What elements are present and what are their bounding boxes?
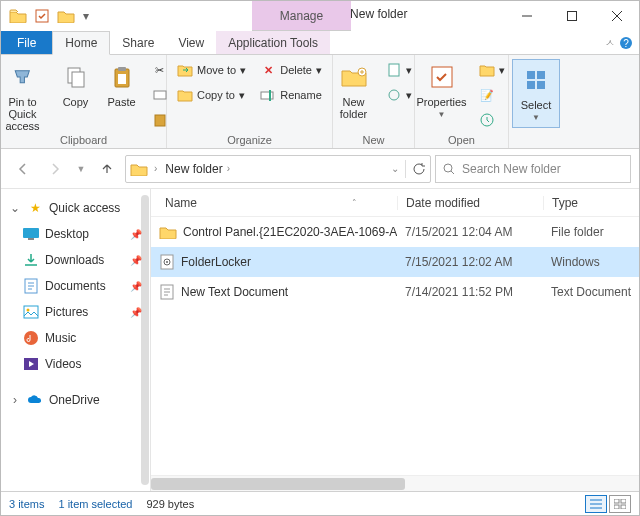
details-view-button[interactable] bbox=[585, 495, 607, 513]
column-date[interactable]: Date modified bbox=[397, 196, 543, 210]
group-organize: Move to ▾ Copy to ▾ ✕Delete ▾ Rename Org… bbox=[167, 55, 333, 148]
new-folder-icon bbox=[338, 61, 370, 93]
ribbon-tab-bar: File Home Share View Application Tools ㅅ… bbox=[1, 31, 639, 55]
svg-rect-5 bbox=[72, 72, 84, 87]
selection-size: 929 bytes bbox=[146, 498, 194, 510]
chevron-down-icon[interactable]: ⌄ bbox=[9, 201, 21, 215]
desktop-icon bbox=[23, 226, 39, 242]
open-button[interactable]: ▾ bbox=[475, 59, 509, 81]
breadcrumb[interactable]: New folder › bbox=[163, 162, 232, 176]
back-button[interactable] bbox=[9, 155, 37, 183]
sidebar-item-downloads[interactable]: Downloads📌 bbox=[1, 247, 150, 273]
content-area: ⌄ ★ Quick access Desktop📌Downloads📌Docum… bbox=[1, 189, 639, 491]
ribbon-collapse-icon[interactable]: ㅅ bbox=[605, 36, 615, 50]
maximize-button[interactable] bbox=[549, 1, 594, 31]
refresh-button[interactable] bbox=[412, 162, 426, 176]
scrollbar-thumb[interactable] bbox=[141, 195, 149, 485]
svg-rect-20 bbox=[527, 81, 535, 89]
recent-locations-button[interactable]: ▼ bbox=[73, 155, 89, 183]
rename-icon bbox=[260, 87, 276, 103]
svg-rect-8 bbox=[118, 74, 126, 84]
sidebar-item-music[interactable]: Music bbox=[1, 325, 150, 351]
svg-rect-23 bbox=[23, 228, 39, 238]
group-select: Select ▼ bbox=[509, 55, 563, 148]
navigation-pane[interactable]: ⌄ ★ Quick access Desktop📌Downloads📌Docum… bbox=[1, 189, 151, 491]
quick-access-toolbar: ▾ bbox=[1, 5, 99, 27]
chevron-right-icon[interactable]: › bbox=[9, 393, 21, 407]
minimize-button[interactable] bbox=[504, 1, 549, 31]
address-dropdown-icon[interactable]: ⌄ bbox=[391, 163, 399, 174]
edit-icon: 📝 bbox=[479, 87, 495, 103]
chevron-right-icon[interactable]: › bbox=[154, 163, 157, 174]
file-list[interactable]: Control Panel.{21EC2020-3AEA-1069-A2..7/… bbox=[151, 217, 639, 475]
copy-to-button[interactable]: Copy to ▾ bbox=[173, 84, 250, 106]
table-row[interactable]: Control Panel.{21EC2020-3AEA-1069-A2..7/… bbox=[151, 217, 639, 247]
select-button[interactable]: Select ▼ bbox=[512, 59, 560, 128]
column-headers[interactable]: Name˄ Date modified Type bbox=[151, 189, 639, 217]
easy-access-button[interactable]: ▾ bbox=[382, 84, 416, 106]
svg-rect-26 bbox=[24, 306, 38, 318]
file-menu[interactable]: File bbox=[1, 31, 52, 54]
sidebar-item-videos[interactable]: Videos bbox=[1, 351, 150, 377]
music-icon bbox=[23, 330, 39, 346]
rename-button[interactable]: Rename bbox=[256, 84, 326, 106]
folder-icon[interactable] bbox=[7, 5, 29, 27]
sidebar-item-documents[interactable]: Documents📌 bbox=[1, 273, 150, 299]
thumbnails-view-button[interactable] bbox=[609, 495, 631, 513]
status-bar: 3 items 1 item selected 929 bytes bbox=[1, 491, 639, 515]
window-controls bbox=[504, 1, 639, 31]
tab-view[interactable]: View bbox=[166, 31, 216, 54]
svg-rect-18 bbox=[527, 71, 535, 79]
scrollbar-thumb[interactable] bbox=[151, 478, 405, 490]
move-to-button[interactable]: Move to ▾ bbox=[173, 59, 250, 81]
window-title: New folder bbox=[350, 7, 407, 21]
svg-rect-1 bbox=[567, 12, 576, 21]
column-name[interactable]: Name˄ bbox=[151, 196, 397, 210]
search-input[interactable]: Search New folder bbox=[435, 155, 631, 183]
table-row[interactable]: FolderLocker7/15/2021 12:02 AMWindows bbox=[151, 247, 639, 277]
tab-home[interactable]: Home bbox=[52, 31, 110, 55]
svg-point-28 bbox=[24, 331, 38, 345]
downloads-icon bbox=[23, 252, 39, 268]
delete-icon: ✕ bbox=[260, 62, 276, 78]
svg-rect-35 bbox=[621, 499, 626, 503]
onedrive-node[interactable]: › OneDrive bbox=[1, 387, 150, 413]
new-folder-button[interactable]: New folder bbox=[332, 59, 376, 120]
tab-share[interactable]: Share bbox=[110, 31, 166, 54]
table-row[interactable]: New Text Document7/14/2021 11:52 PMText … bbox=[151, 277, 639, 307]
search-icon bbox=[442, 162, 456, 176]
svg-point-32 bbox=[166, 261, 168, 263]
help-icon[interactable]: ? bbox=[619, 36, 633, 50]
properties-label: Properties bbox=[416, 96, 466, 108]
new-item-button[interactable]: ▾ bbox=[382, 59, 416, 81]
properties-button[interactable]: Properties ▼ bbox=[415, 59, 469, 120]
sidebar-item-pictures[interactable]: Pictures📌 bbox=[1, 299, 150, 325]
history-button[interactable] bbox=[475, 109, 509, 131]
column-type[interactable]: Type bbox=[543, 196, 639, 210]
documents-icon bbox=[23, 278, 39, 294]
videos-icon bbox=[23, 356, 39, 372]
tab-application-tools[interactable]: Application Tools bbox=[216, 31, 330, 54]
edit-button[interactable]: 📝 bbox=[475, 84, 509, 106]
svg-rect-9 bbox=[154, 91, 166, 99]
sidebar-item-desktop[interactable]: Desktop📌 bbox=[1, 221, 150, 247]
properties-icon[interactable] bbox=[31, 5, 53, 27]
delete-button[interactable]: ✕Delete ▾ bbox=[256, 59, 326, 81]
close-button[interactable] bbox=[594, 1, 639, 31]
svg-point-15 bbox=[389, 90, 399, 100]
svg-rect-19 bbox=[537, 71, 545, 79]
paste-button[interactable]: Paste bbox=[102, 59, 142, 108]
address-bar[interactable]: › New folder › ⌄ bbox=[125, 155, 431, 183]
group-clipboard: Pin to Quick access Copy Paste ✂ Clipboa… bbox=[1, 55, 167, 148]
forward-button[interactable] bbox=[41, 155, 69, 183]
copy-button[interactable]: Copy bbox=[56, 59, 96, 108]
qat-dropdown-icon[interactable]: ▾ bbox=[79, 5, 93, 27]
new-folder-qat-icon[interactable] bbox=[55, 5, 77, 27]
horizontal-scrollbar[interactable] bbox=[151, 475, 639, 491]
up-button[interactable] bbox=[93, 155, 121, 183]
quick-access-node[interactable]: ⌄ ★ Quick access bbox=[1, 195, 150, 221]
pin-to-quick-access-button[interactable]: Pin to Quick access bbox=[0, 59, 50, 132]
bat-icon bbox=[159, 254, 175, 270]
select-icon bbox=[520, 64, 552, 96]
svg-point-27 bbox=[27, 309, 30, 312]
